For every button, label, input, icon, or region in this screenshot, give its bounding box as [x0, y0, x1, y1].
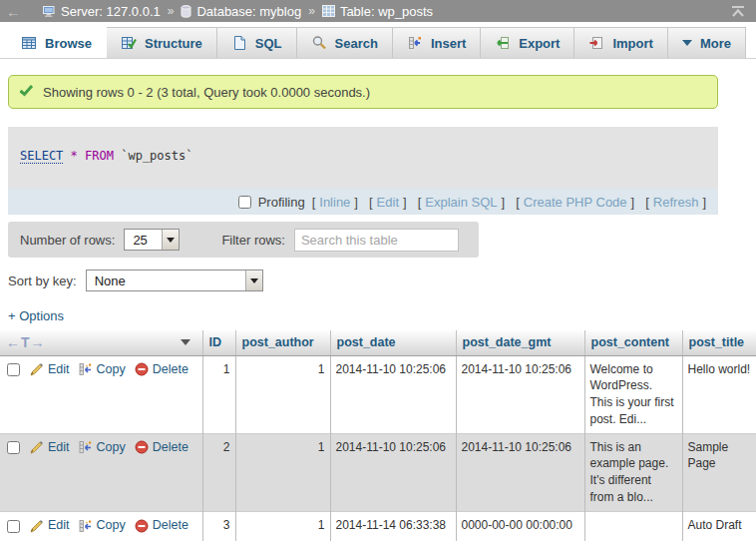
- row-checkbox[interactable]: [7, 520, 20, 533]
- edit-label: Edit: [48, 517, 70, 535]
- bracket: ]: [354, 195, 358, 210]
- tab-insert[interactable]: Insert: [393, 27, 481, 58]
- cell-post-date: 2014-11-14 06:33:38: [330, 511, 456, 541]
- query-action-create-php-code[interactable]: Create PHP Code: [524, 195, 627, 210]
- cell-post-date-gmt: 2014-11-10 10:25:06: [456, 355, 584, 433]
- number-of-rows-value: 25: [125, 230, 162, 250]
- copy-link[interactable]: Copy: [79, 517, 126, 535]
- insert-row-icon: [407, 35, 423, 51]
- filter-rows-label: Filter rows:: [221, 233, 285, 248]
- col-header-post-content[interactable]: post_content: [584, 330, 682, 355]
- edit-link[interactable]: Edit: [30, 361, 70, 379]
- edit-label: Edit: [48, 439, 70, 457]
- tab-structure[interactable]: Structure: [107, 27, 217, 58]
- breadcrumb-separator: »: [308, 4, 315, 18]
- query-action-refresh[interactable]: Refresh: [653, 195, 699, 210]
- tab-label: Browse: [45, 36, 92, 51]
- filter-table-input[interactable]: [294, 229, 459, 252]
- profiling-checkbox[interactable]: [238, 196, 251, 209]
- cell-id: 1: [202, 355, 235, 433]
- row-checkbox[interactable]: [7, 363, 20, 376]
- cell-post-content: [584, 511, 682, 541]
- tab-sql[interactable]: SQL: [217, 27, 297, 58]
- tab-browse[interactable]: Browse: [6, 27, 107, 58]
- delete-link[interactable]: Delete: [135, 439, 189, 457]
- dropdown-arrow-icon: [162, 230, 179, 250]
- back-arrow-icon[interactable]: ←: [6, 4, 21, 19]
- row-checkbox[interactable]: [7, 441, 20, 454]
- query-action-explain-sql[interactable]: Explain SQL: [425, 195, 497, 210]
- col-header-post-author[interactable]: post_author: [235, 330, 330, 355]
- tab-export[interactable]: Export: [481, 27, 574, 58]
- query-action-inline[interactable]: Inline: [319, 195, 350, 210]
- edit-label: Edit: [48, 361, 70, 379]
- query-actions-bar: Profiling [Inline] [Edit] [Explain SQL] …: [8, 189, 718, 215]
- cell-post-title: Sample Page: [682, 433, 756, 511]
- table-row: Edit Copy Delete 2 1 2014-11-10 10:25:06…: [0, 433, 756, 511]
- sql-document-icon: [231, 35, 247, 51]
- sql-table-ref: `wp_posts`: [121, 149, 192, 163]
- sql-keyword-select-link[interactable]: SELECT: [20, 149, 63, 164]
- browse-table-icon: [21, 35, 37, 51]
- cell-post-author: 1: [235, 433, 330, 511]
- breadcrumb-server[interactable]: Server: 127.0.0.1: [61, 4, 161, 19]
- search-icon: [311, 35, 327, 51]
- copy-icon: [79, 362, 93, 376]
- status-message: Showing rows 0 - 2 (3 total, Query took …: [8, 75, 718, 109]
- delete-link[interactable]: Delete: [135, 517, 189, 535]
- delete-link[interactable]: Delete: [135, 361, 189, 379]
- delete-label: Delete: [153, 517, 189, 535]
- breadcrumb-table[interactable]: Table: wp_posts: [340, 4, 433, 19]
- sort-dropdown-icon[interactable]: [181, 339, 190, 345]
- copy-link[interactable]: Copy: [79, 439, 126, 457]
- cell-id: 3: [202, 511, 235, 541]
- column-marker-icon[interactable]: ←T→: [6, 334, 46, 350]
- col-header-actions: ←T→: [0, 330, 202, 355]
- table-header-row: ←T→ ID post_author post_date post_date_g…: [0, 330, 756, 355]
- import-icon: [588, 35, 604, 51]
- sort-controls: Sort by key: None: [8, 270, 756, 291]
- copy-label: Copy: [97, 361, 126, 379]
- sql-keyword-from: FROM: [85, 149, 114, 163]
- col-header-post-title[interactable]: post_title: [682, 330, 756, 355]
- tab-search[interactable]: Search: [297, 27, 393, 58]
- breadcrumb: ← Server: 127.0.0.1 » Database: myblog »…: [0, 0, 756, 22]
- edit-pencil-icon: [30, 519, 44, 533]
- col-header-post-date-gmt[interactable]: post_date_gmt: [456, 330, 584, 355]
- table-icon: [322, 5, 335, 17]
- delete-minus-icon: [135, 440, 149, 454]
- sql-star: *: [71, 149, 78, 163]
- cell-post-date: 2014-11-10 10:25:06: [330, 355, 456, 433]
- cell-post-date: 2014-11-10 10:25:06: [330, 433, 456, 511]
- edit-pencil-icon: [30, 440, 44, 454]
- profiling-label: Profiling: [258, 195, 305, 210]
- breadcrumb-database[interactable]: Database: myblog: [196, 4, 301, 19]
- copy-label: Copy: [97, 517, 126, 535]
- number-of-rows-select[interactable]: 25: [124, 229, 180, 251]
- collapse-top-icon[interactable]: [730, 5, 746, 18]
- breadcrumb-separator: »: [168, 4, 175, 18]
- tab-import[interactable]: Import: [574, 27, 667, 58]
- query-action-edit[interactable]: Edit: [377, 195, 399, 210]
- sort-by-key-select[interactable]: None: [86, 270, 263, 291]
- edit-link[interactable]: Edit: [30, 439, 70, 457]
- col-header-post-date[interactable]: post_date: [330, 330, 456, 355]
- tab-label: Structure: [145, 36, 202, 51]
- bracket: ]: [631, 195, 635, 210]
- cell-post-content: This is an example page. It's different …: [584, 433, 682, 511]
- sort-by-key-label: Sort by key:: [8, 273, 77, 288]
- sql-query-box: SELECT * FROM `wp_posts` Profiling [Inli…: [8, 127, 718, 215]
- cell-post-title: Hello world!: [682, 355, 756, 433]
- cell-id: 2: [202, 433, 235, 511]
- tab-label: SQL: [255, 36, 282, 51]
- bracket: [: [418, 195, 422, 210]
- export-icon: [495, 35, 511, 51]
- table-row: Edit Copy Delete 3 1 2014-11-14 06:33:38…: [0, 511, 756, 541]
- copy-link[interactable]: Copy: [79, 361, 126, 379]
- edit-link[interactable]: Edit: [30, 517, 70, 535]
- status-message-text: Showing rows 0 - 2 (3 total, Query took …: [43, 85, 370, 100]
- tab-more[interactable]: More: [668, 27, 746, 58]
- options-toggle[interactable]: + Options: [8, 308, 64, 323]
- col-header-id[interactable]: ID: [202, 330, 235, 355]
- bracket: ]: [403, 195, 407, 210]
